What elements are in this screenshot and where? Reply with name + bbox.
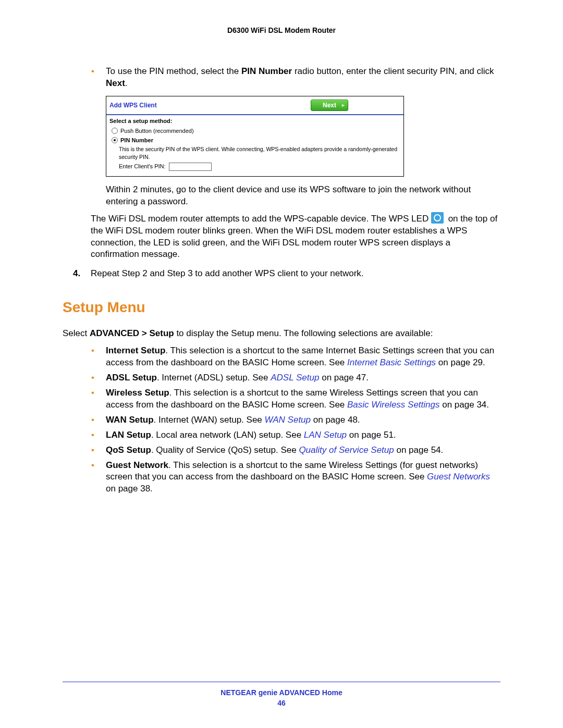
t: to display the Setup menu. The following…: [174, 328, 433, 338]
link-lan-setup[interactable]: LAN Setup: [304, 430, 347, 440]
bullet-icon: •: [91, 429, 106, 441]
bullet-icon: •: [91, 372, 106, 384]
wps-led-icon: [431, 212, 444, 224]
link-basic-wireless[interactable]: Basic Wireless Settings: [347, 400, 439, 410]
bullet-text: Internet Setup. This selection is a shor…: [106, 345, 500, 369]
link-wan-setup[interactable]: WAN Setup: [265, 415, 311, 425]
bullet-icon: •: [91, 445, 106, 456]
footer-page-number: 46: [63, 699, 500, 707]
bullet-icon: •: [91, 66, 106, 90]
t: on page 47.: [319, 373, 369, 382]
footer-chapter: NETGEAR genie ADVANCED Home: [63, 688, 500, 697]
t-bold: LAN Setup: [106, 430, 151, 440]
t: . Internet (WAN) setup. See: [154, 415, 265, 425]
bullet-text: To use the PIN method, select the PIN Nu…: [106, 66, 500, 90]
bullet-qos-setup: • QoS Setup. Quality of Service (QoS) se…: [91, 445, 500, 456]
bullet-text: WAN Setup. Internet (WAN) setup. See WAN…: [106, 414, 500, 426]
t-bold: QoS Setup: [106, 445, 151, 455]
t-bold: Wireless Setup: [106, 388, 169, 398]
t: The WiFi DSL modem router attempts to ad…: [91, 214, 429, 224]
t-bold: Internet Setup: [106, 346, 165, 355]
next-button[interactable]: Next ▸: [311, 100, 348, 111]
radio-icon: [112, 137, 118, 143]
bullet-text: QoS Setup. Quality of Service (QoS) setu…: [106, 445, 500, 456]
t: on page 38.: [106, 484, 153, 493]
wps-panel-figure: Add WPS Client Next ▸ Select a setup met…: [106, 96, 500, 177]
footer-divider: [63, 682, 500, 682]
t-bold: Next: [106, 78, 125, 88]
radio-pin-number[interactable]: PIN Number: [112, 137, 400, 144]
wps-panel-title: Add WPS Client: [109, 101, 157, 109]
bullet-pin-method: • To use the PIN method, select the PIN …: [91, 66, 500, 90]
link-internet-basic[interactable]: Internet Basic Settings: [347, 357, 436, 367]
wps-panel-body: Select a setup method: Push Button (reco…: [106, 115, 403, 176]
t-bold: WAN Setup: [106, 415, 154, 425]
t: . Local area network (LAN) setup. See: [151, 430, 304, 440]
t: on page 48.: [311, 415, 360, 425]
bullet-guest-network: • Guest Network. This selection is a sho…: [91, 460, 500, 496]
para-wps-led: The WiFi DSL modem router attempts to ad…: [91, 213, 500, 261]
bullet-wan-setup: • WAN Setup. Internet (WAN) setup. See W…: [91, 414, 500, 426]
pin-input[interactable]: [169, 163, 212, 171]
para-within-2-min: Within 2 minutes, go to the client devic…: [106, 184, 500, 208]
t: . Quality of Service (QoS) setup. See: [151, 445, 299, 455]
step-4: 4. Repeat Step 2 and Step 3 to add anoth…: [73, 268, 500, 280]
next-button-label: Next: [323, 102, 336, 109]
heading-setup-menu: Setup Menu: [63, 298, 500, 317]
step-number: 4.: [73, 268, 91, 280]
t-bold: PIN Number: [241, 66, 292, 76]
t-bold: Guest Network: [106, 460, 168, 470]
page-footer: NETGEAR genie ADVANCED Home 46: [63, 682, 500, 707]
select-method-label: Select a setup method:: [109, 117, 400, 125]
bullet-icon: •: [91, 460, 106, 496]
radio-icon: [112, 128, 118, 134]
pin-note: This is the security PIN of the WPS clie…: [119, 145, 400, 160]
link-adsl-setup[interactable]: ADSL Setup: [271, 373, 319, 382]
radio-label: PIN Number: [120, 137, 153, 144]
bullet-icon: •: [91, 414, 106, 426]
link-guest-networks[interactable]: Guest Networks: [427, 472, 490, 482]
bullet-internet-setup: • Internet Setup. This selection is a sh…: [91, 345, 500, 369]
t: on page 29.: [436, 357, 485, 367]
wps-panel: Add WPS Client Next ▸ Select a setup met…: [106, 96, 404, 177]
t: radio button, enter the client security …: [292, 66, 494, 76]
wps-panel-header: Add WPS Client Next ▸: [106, 96, 403, 115]
t: on page 54.: [394, 445, 444, 455]
bullet-icon: •: [91, 345, 106, 369]
radio-push-button[interactable]: Push Button (recommended): [112, 127, 400, 135]
bullet-adsl-setup: • ADSL Setup. Internet (ADSL) setup. See…: [91, 372, 500, 384]
chevron-right-icon: ▸: [342, 102, 345, 109]
document-page: D6300 WiFi DSL Modem Router • To use the…: [0, 0, 563, 728]
pin-input-row: Enter Client's PIN:: [119, 163, 400, 171]
link-qos-setup[interactable]: Quality of Service Setup: [299, 445, 394, 455]
bullet-icon: •: [91, 387, 106, 411]
t: on page 51.: [347, 430, 396, 440]
bullet-lan-setup: • LAN Setup. Local area network (LAN) se…: [91, 429, 500, 441]
pin-input-label: Enter Client's PIN:: [119, 163, 166, 170]
bullet-text: Wireless Setup. This selection is a shor…: [106, 387, 500, 411]
t: on page 34.: [440, 400, 489, 410]
bullet-text: ADSL Setup. Internet (ADSL) setup. See A…: [106, 372, 500, 384]
t: . Internet (ADSL) setup. See: [157, 373, 271, 382]
t-bold: ADSL Setup: [106, 373, 157, 382]
bullet-wireless-setup: • Wireless Setup. This selection is a sh…: [91, 387, 500, 411]
content-body: • To use the PIN method, select the PIN …: [63, 66, 500, 495]
t: .: [125, 78, 128, 88]
bullet-text: LAN Setup. Local area network (LAN) setu…: [106, 429, 500, 441]
setup-intro: Select ADVANCED > Setup to display the S…: [63, 328, 500, 340]
step-text: Repeat Step 2 and Step 3 to add another …: [91, 268, 364, 280]
t-bold: ADVANCED > Setup: [90, 328, 174, 338]
t: To use the PIN method, select the: [106, 66, 241, 76]
t: Select: [63, 328, 90, 338]
bullet-text: Guest Network. This selection is a short…: [106, 460, 500, 496]
radio-label: Push Button (recommended): [120, 127, 194, 135]
doc-header-title: D6300 WiFi DSL Modem Router: [63, 26, 500, 34]
